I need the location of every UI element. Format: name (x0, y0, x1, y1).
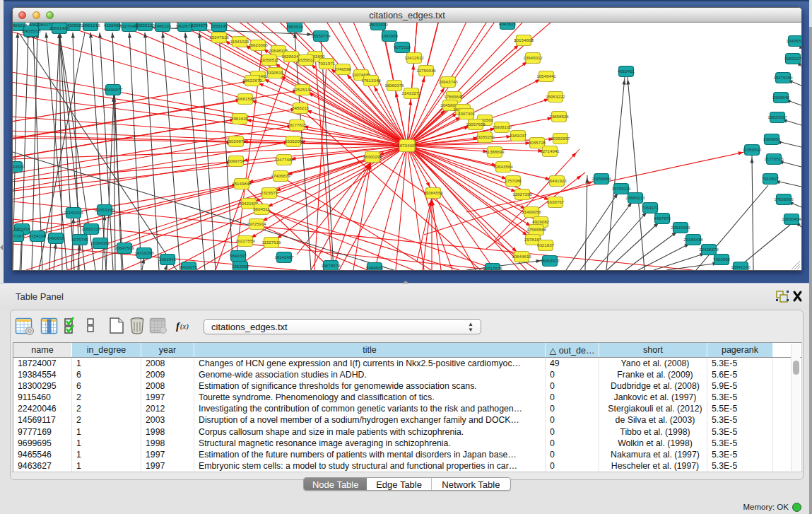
svg-text:16060376: 16060376 (384, 83, 404, 88)
svg-text:15347616: 15347616 (209, 35, 229, 40)
svg-text:2405572: 2405572 (23, 28, 40, 33)
svg-text:15031529: 15031529 (368, 23, 388, 27)
svg-text:20555120: 20555120 (135, 23, 155, 28)
svg-text:7910827: 7910827 (762, 176, 779, 181)
svg-text:2258145: 2258145 (211, 23, 228, 28)
svg-text:20156684: 20156684 (592, 176, 611, 181)
svg-text:4158480: 4158480 (104, 23, 122, 28)
svg-text:3307301: 3307301 (458, 111, 476, 116)
svg-text:20392657: 20392657 (551, 136, 570, 141)
svg-text:18300295: 18300295 (363, 154, 382, 159)
svg-text:21770515: 21770515 (764, 156, 784, 161)
svg-text:7303905: 7303905 (713, 257, 731, 262)
svg-text:22053165: 22053165 (95, 207, 114, 212)
svg-text:20647509: 20647509 (114, 245, 134, 250)
svg-text:2563055: 2563055 (232, 264, 249, 269)
svg-text:16623006: 16623006 (248, 42, 268, 47)
svg-text:19973477: 19973477 (13, 233, 26, 238)
svg-text:13945012: 13945012 (523, 55, 543, 60)
svg-text:10661588: 10661588 (235, 96, 255, 101)
svg-text:3343959: 3343959 (381, 33, 399, 38)
svg-text:17656906: 17656906 (774, 197, 794, 201)
svg-text:16491923: 16491923 (547, 178, 567, 183)
svg-text:8321837: 8321837 (537, 243, 555, 247)
svg-text:19678574: 19678574 (321, 263, 341, 268)
svg-text:15029873: 15029873 (226, 139, 246, 144)
svg-text:12750036: 12750036 (416, 68, 436, 73)
svg-text:3883910: 3883910 (286, 24, 304, 29)
svg-text:21499058: 21499058 (522, 209, 541, 214)
svg-text:13495588: 13495588 (786, 38, 801, 43)
svg-text:12477488: 12477488 (274, 157, 294, 162)
svg-text:19799114: 19799114 (611, 186, 631, 191)
svg-text:21433273: 21433273 (401, 90, 421, 95)
svg-text:12412612: 12412612 (404, 55, 424, 60)
svg-text:22160294: 22160294 (64, 210, 83, 215)
svg-text:15149848: 15149848 (232, 181, 252, 186)
svg-text:17565588: 17565588 (526, 227, 546, 232)
svg-text:23830434: 23830434 (782, 216, 801, 221)
svg-text:10057659: 10057659 (466, 122, 486, 127)
svg-text:2663941: 2663941 (159, 257, 177, 262)
svg-text:8490656: 8490656 (47, 235, 65, 240)
svg-text:15550734: 15550734 (311, 33, 331, 38)
svg-text:3181037: 3181037 (510, 133, 527, 138)
svg-text:19937057: 19937057 (767, 115, 787, 119)
svg-text:18622670: 18622670 (242, 78, 262, 83)
svg-text:19384554: 19384554 (423, 190, 443, 195)
svg-text:6638767: 6638767 (547, 199, 565, 204)
svg-text:3106848: 3106848 (772, 95, 790, 100)
svg-text:12525131: 12525131 (293, 87, 312, 92)
svg-text:19490077: 19490077 (103, 87, 123, 92)
svg-text:3604511: 3604511 (253, 206, 270, 211)
svg-text:19379254: 19379254 (773, 75, 793, 80)
svg-text:4952451: 4952451 (618, 69, 635, 74)
svg-text:23884213: 23884213 (625, 195, 645, 200)
svg-text:12927396: 12927396 (512, 192, 532, 197)
svg-text:4961630: 4961630 (231, 116, 249, 121)
svg-text:15244500: 15244500 (13, 164, 25, 169)
svg-text:20515263: 20515263 (671, 225, 690, 230)
svg-text:15063972: 15063972 (540, 258, 560, 263)
svg-text:19725914: 19725914 (247, 221, 266, 226)
svg-text:20364361: 20364361 (90, 240, 110, 245)
svg-text:10549441: 10549441 (536, 74, 556, 78)
svg-text:6535209: 6535209 (285, 139, 302, 144)
svg-text:12643564: 12643564 (493, 164, 513, 169)
svg-text:7064171: 7064171 (642, 205, 659, 210)
svg-text:16908100: 16908100 (492, 124, 512, 129)
svg-text:5154104: 5154104 (29, 233, 47, 238)
svg-text:(x): (x) (180, 322, 189, 331)
svg-text:22714041: 22714041 (540, 148, 560, 153)
svg-text:10154808: 10154808 (514, 37, 534, 42)
svg-text:8418275: 8418275 (180, 264, 198, 269)
svg-text:6099754: 6099754 (228, 158, 245, 163)
svg-text:11388699: 11388699 (485, 149, 505, 154)
svg-text:20943743: 20943743 (438, 79, 458, 84)
svg-text:2946120: 2946120 (154, 23, 172, 28)
svg-text:19142407: 19142407 (274, 255, 294, 259)
svg-text:18177615: 18177615 (287, 122, 307, 127)
svg-text:17665640: 17665640 (444, 94, 464, 99)
svg-text:23858526: 23858526 (549, 114, 569, 119)
svg-text:4269227: 4269227 (784, 56, 801, 61)
svg-text:2315577: 2315577 (261, 190, 278, 195)
svg-text:1757086: 1757086 (505, 178, 522, 183)
svg-text:11350932: 11350932 (742, 147, 762, 152)
svg-text:9335812: 9335812 (298, 57, 315, 62)
svg-text:10717675: 10717675 (483, 266, 502, 270)
svg-text:22438378: 22438378 (699, 247, 719, 252)
svg-text:18724007: 18724007 (397, 143, 417, 148)
svg-text:17406879: 17406879 (271, 173, 290, 178)
svg-text:18981216: 18981216 (81, 23, 100, 28)
svg-text:23285250: 23285250 (475, 134, 495, 139)
svg-text:5468605: 5468605 (366, 265, 384, 270)
svg-text:20166438: 20166438 (683, 237, 703, 242)
svg-text:11541029: 11541029 (230, 39, 249, 44)
svg-text:18841570: 18841570 (731, 264, 751, 269)
svg-text:11058511: 11058511 (260, 57, 279, 62)
svg-text:8204075: 8204075 (191, 23, 208, 28)
svg-text:14310388: 14310388 (134, 250, 154, 255)
svg-text:2999883: 2999883 (763, 136, 781, 141)
svg-text:3075745: 3075745 (71, 237, 89, 242)
